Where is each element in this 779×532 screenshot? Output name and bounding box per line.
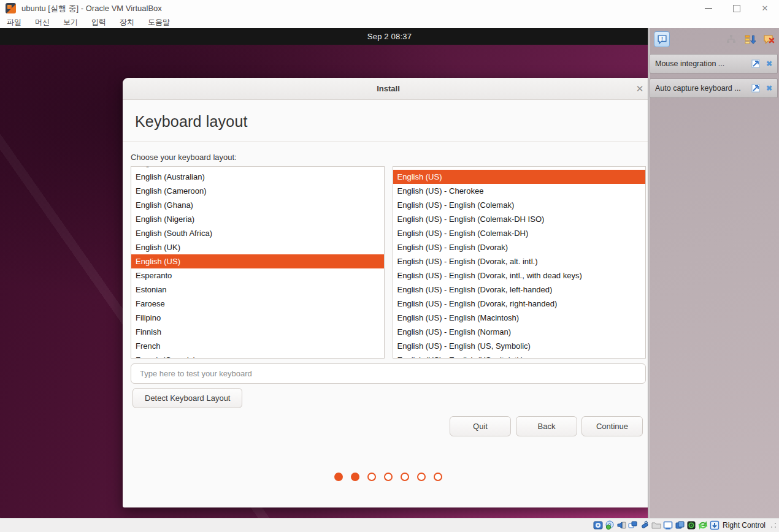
variant-option[interactable]: English (US) - English (Colemak-DH) [393,226,646,240]
optical-disc-icon[interactable] [604,520,615,531]
dialog-close-icon[interactable] [633,82,647,96]
back-button[interactable]: Back [516,416,577,436]
notification-panel-header: ! [648,28,779,50]
variant-option[interactable]: English (US) - English (US, Symbolic) [393,339,646,353]
variant-option-partial[interactable]: English (US) - English (US, alt. intl.) [393,353,646,359]
layout-option[interactable]: Estonian [131,283,384,297]
statusbar: Right Control [0,518,779,532]
open-link-icon[interactable] [751,59,760,68]
titlebar: ubuntu [실행 중] - Oracle VM VirtualBox [0,0,779,17]
variant-option[interactable]: English (US) - English (Dvorak, left-han… [393,283,646,297]
close-notification-icon[interactable] [766,84,772,93]
layout-option[interactable]: English (Australian) [131,170,384,184]
progress-dot [401,473,409,481]
notification-label: Mouse integration ... [655,59,748,68]
menu-input[interactable]: 입력 [85,17,113,28]
virtualbox-logo-icon [6,3,16,13]
discard-all-icon[interactable] [763,34,775,45]
detect-keyboard-button[interactable]: Detect Keyboard Layout [132,388,242,408]
page-heading-section: Keyboard layout [123,100,654,142]
features-icon[interactable] [686,520,696,531]
continue-button[interactable]: Continue [581,416,643,436]
usb-icon[interactable] [639,520,650,531]
close-button[interactable] [751,0,779,17]
recording-icon[interactable] [674,520,685,531]
close-notification-icon[interactable] [766,59,772,68]
page-title: Keyboard layout [135,113,642,131]
variant-option[interactable]: English (US) - English (Dvorak, alt. int… [393,254,646,268]
layout-option[interactable]: English (Ghana) [131,198,384,212]
maximize-button[interactable] [723,0,751,17]
menu-devices[interactable]: 장치 [113,17,141,28]
progress-dot [367,473,376,481]
quit-button[interactable]: Quit [450,416,511,436]
notification-row: Auto capture keyboard ... [650,78,778,98]
variant-option[interactable]: English (US) - English (Dvorak, intl., w… [393,268,646,283]
layout-option[interactable]: English (South Africa) [131,226,384,240]
network-tree-icon[interactable] [726,34,737,45]
menu-file[interactable]: 파일 [0,17,28,28]
notification-label: Auto capture keyboard ... [655,84,748,93]
mouse-integration-icon[interactable] [709,520,720,531]
dialog-header: Install [123,78,654,100]
audio-icon[interactable] [616,520,626,531]
layout-option-partial[interactable]: French (Canada) [131,353,384,359]
io-activity-icon[interactable] [697,520,708,531]
dialog-title: Install [377,84,400,93]
progress-dot [384,473,393,481]
variant-option[interactable]: English (US) - Cherokee [393,184,646,198]
variant-option[interactable]: English (US) - English (Dvorak) [393,240,646,254]
progress-dots [123,473,654,481]
layout-option[interactable]: English (Cameroon) [131,184,384,198]
variant-option[interactable]: English (US) - English (Colemak) [393,198,646,212]
progress-dot [417,473,426,481]
keyboard-test-input[interactable] [131,363,646,384]
variant-option[interactable]: English (US) - English (Colemak-DH ISO) [393,212,646,226]
install-dialog: Install Keyboard layout Choose your keyb… [123,78,654,507]
clock: Sep 2 08:37 [367,32,412,41]
instruction-label: Choose your keyboard layout: [131,153,646,162]
menu-view[interactable]: 보기 [56,17,85,28]
sort-order-icon[interactable] [744,34,756,45]
variant-option[interactable]: English (US) - English (Norman) [393,325,646,339]
display-icon[interactable] [662,520,673,531]
variant-option[interactable]: English (US) - English (Dvorak, right-ha… [393,297,646,311]
keyboard-layout-list: English English (Australian) English (Ca… [131,166,385,359]
notification-row: Mouse integration ... [650,54,778,74]
keyboard-variant-list: English (US) English (US) - Cherokee Eng… [393,166,647,359]
network-icon[interactable] [627,520,638,531]
layout-option[interactable]: Faroese [131,297,384,311]
menu-help[interactable]: 도움말 [141,17,177,28]
svg-text:!: ! [661,35,663,41]
vm-display: Sep 2 08:37 Install Keyboard layout Choo… [0,28,779,518]
menubar: 파일 머신 보기 입력 장치 도움말 [0,17,779,28]
progress-dot [334,473,343,481]
hard-disk-icon[interactable] [593,520,603,531]
layout-option[interactable]: English (Nigeria) [131,212,384,226]
layout-option[interactable]: Finnish [131,325,384,339]
layout-option[interactable]: Filipino [131,311,384,325]
layout-option-selected[interactable]: English (US) [131,254,384,268]
resize-grip[interactable] [770,522,777,528]
window-title: ubuntu [실행 중] - Oracle VM VirtualBox [21,3,162,14]
variant-option-selected[interactable]: English (US) [393,170,646,184]
layout-option[interactable]: Esperanto [131,268,384,283]
notification-panel: ! [648,28,779,518]
progress-dot [434,473,442,481]
host-key-label: Right Control [723,521,766,530]
minimize-button[interactable] [694,0,723,17]
variant-option[interactable]: English (US) - English (Macintosh) [393,311,646,325]
open-link-icon[interactable] [751,84,760,93]
shared-folders-icon[interactable] [651,520,661,531]
layout-option[interactable]: French [131,339,384,353]
layout-option[interactable]: English (UK) [131,240,384,254]
warning-bubble-icon: ! [657,34,667,45]
progress-dot [351,473,359,481]
virtualbox-window: ubuntu [실행 중] - Oracle VM VirtualBox 파일 … [0,0,779,532]
warnings-filter-button[interactable]: ! [654,31,670,47]
menu-machine[interactable]: 머신 [28,17,56,28]
